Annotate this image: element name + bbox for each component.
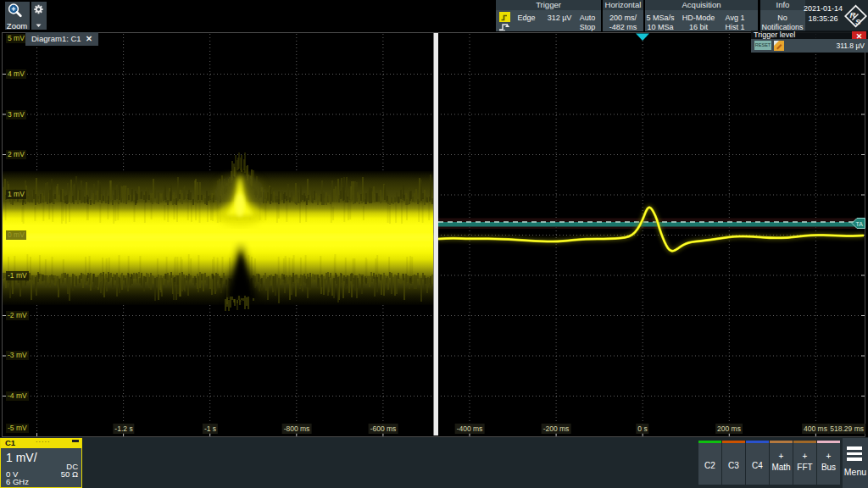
- svg-text:S: S: [855, 17, 861, 26]
- svg-text:TA: TA: [856, 221, 864, 227]
